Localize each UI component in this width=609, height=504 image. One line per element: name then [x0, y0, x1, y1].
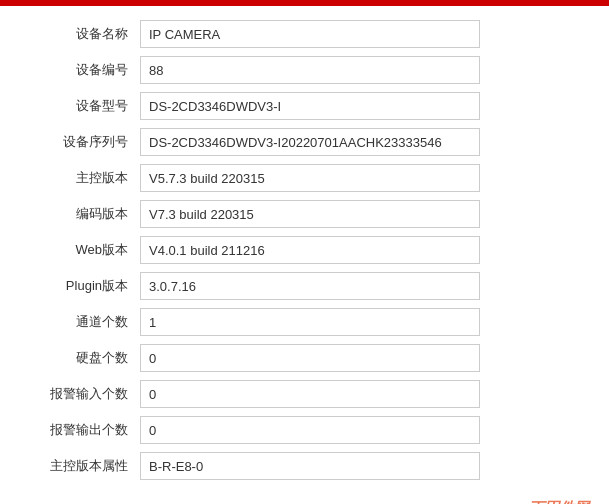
- field-channels: [140, 304, 589, 340]
- input-deviceName[interactable]: [140, 20, 480, 48]
- input-encodeVersion[interactable]: [140, 200, 480, 228]
- label-deviceModel: 设备型号: [20, 88, 140, 124]
- label-pluginVersion: Plugin版本: [20, 268, 140, 304]
- input-alarmInputs[interactable]: [140, 380, 480, 408]
- label-encodeVersion: 编码版本: [20, 196, 140, 232]
- field-deviceName: [140, 16, 589, 52]
- field-mainVersion: [140, 160, 589, 196]
- form-row-alarmOutputs: 报警输出个数: [20, 412, 589, 448]
- input-deviceSerial[interactable]: [140, 128, 480, 156]
- field-alarmInputs: [140, 376, 589, 412]
- label-deviceNumber: 设备编号: [20, 52, 140, 88]
- field-disks: [140, 340, 589, 376]
- watermark: 下固件网 XiaGujian.com: [499, 497, 589, 504]
- field-deviceNumber: [140, 52, 589, 88]
- field-deviceModel: [140, 88, 589, 124]
- field-pluginVersion: [140, 268, 589, 304]
- field-deviceSerial: [140, 124, 589, 160]
- input-alarmOutputs[interactable]: [140, 416, 480, 444]
- form-row-deviceModel: 设备型号: [20, 88, 589, 124]
- field-versionAttr: [140, 448, 589, 484]
- input-mainVersion[interactable]: [140, 164, 480, 192]
- form-row-deviceNumber: 设备编号: [20, 52, 589, 88]
- field-webVersion: [140, 232, 589, 268]
- label-channels: 通道个数: [20, 304, 140, 340]
- input-deviceNumber[interactable]: [140, 56, 480, 84]
- form-row-channels: 通道个数: [20, 304, 589, 340]
- form-row-mainVersion: 主控版本: [20, 160, 589, 196]
- input-disks[interactable]: [140, 344, 480, 372]
- form-row-disks: 硬盘个数: [20, 340, 589, 376]
- label-alarmInputs: 报警输入个数: [20, 376, 140, 412]
- label-webVersion: Web版本: [20, 232, 140, 268]
- form-row-pluginVersion: Plugin版本: [20, 268, 589, 304]
- form-row-deviceSerial: 设备序列号: [20, 124, 589, 160]
- form-row-versionAttr: 主控版本属性: [20, 448, 589, 484]
- watermark-line1: 下固件网: [499, 497, 589, 504]
- input-channels[interactable]: [140, 308, 480, 336]
- form-table: 设备名称设备编号设备型号设备序列号主控版本编码版本Web版本Plugin版本通道…: [20, 16, 589, 484]
- label-alarmOutputs: 报警输出个数: [20, 412, 140, 448]
- form-row-deviceName: 设备名称: [20, 16, 589, 52]
- form-row-webVersion: Web版本: [20, 232, 589, 268]
- label-versionAttr: 主控版本属性: [20, 448, 140, 484]
- label-mainVersion: 主控版本: [20, 160, 140, 196]
- page-wrapper: 设备名称设备编号设备型号设备序列号主控版本编码版本Web版本Plugin版本通道…: [0, 0, 609, 504]
- form-row-alarmInputs: 报警输入个数: [20, 376, 589, 412]
- label-deviceName: 设备名称: [20, 16, 140, 52]
- field-encodeVersion: [140, 196, 589, 232]
- field-alarmOutputs: [140, 412, 589, 448]
- form-row-encodeVersion: 编码版本: [20, 196, 589, 232]
- input-pluginVersion[interactable]: [140, 272, 480, 300]
- content: 设备名称设备编号设备型号设备序列号主控版本编码版本Web版本Plugin版本通道…: [0, 6, 609, 504]
- input-deviceModel[interactable]: [140, 92, 480, 120]
- input-webVersion[interactable]: [140, 236, 480, 264]
- label-deviceSerial: 设备序列号: [20, 124, 140, 160]
- input-versionAttr[interactable]: [140, 452, 480, 480]
- label-disks: 硬盘个数: [20, 340, 140, 376]
